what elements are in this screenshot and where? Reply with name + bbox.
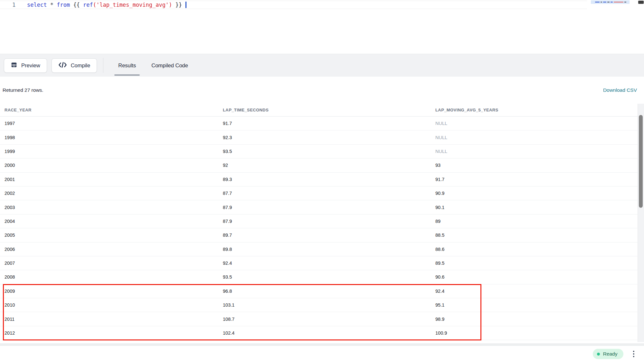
table-cell: 92.4	[435, 289, 638, 294]
table-row: 200689.888.6	[0, 243, 638, 256]
table-cell: 102.4	[223, 330, 435, 336]
table-cell: 2003	[5, 205, 223, 210]
table-cell: 2010	[5, 302, 223, 308]
table-cell: 2008	[5, 274, 223, 280]
results-toolbar: Preview Compile Results Compiled Code	[0, 54, 644, 77]
table-cell: 95.1	[435, 302, 638, 308]
table-header-row: RACE_YEAR LAP_TIME_SECONDS LAP_MOVING_AV…	[0, 104, 638, 117]
column-header-lap-time-seconds: LAP_TIME_SECONDS	[223, 108, 435, 112]
table-row: 199993.5NULL	[0, 145, 638, 158]
column-header-race-year: RACE_YEAR	[5, 108, 223, 112]
table-cell: 1997	[5, 121, 223, 126]
table-row: 200487.989	[0, 214, 638, 228]
table-cell: 90.1	[435, 205, 638, 210]
table-row: 200792.489.5	[0, 256, 638, 270]
table-cell: 87.9	[223, 205, 435, 210]
compile-button-label: Compile	[71, 62, 90, 69]
table-cell: NULL	[435, 121, 638, 126]
table-cell: 96.8	[223, 289, 435, 294]
horizontal-scrollbar-track[interactable]	[0, 343, 644, 346]
table-cell: NULL	[435, 135, 638, 140]
table-row: 200287.790.9	[0, 186, 638, 200]
table-row: 199892.3NULL	[0, 130, 638, 144]
sql-editor[interactable]: 1 select * from {{ ref('lap_times_moving…	[0, 0, 644, 54]
table-cell: 2012	[5, 330, 223, 336]
tab-compiled-code[interactable]: Compiled Code	[144, 54, 196, 77]
code-text[interactable]: select * from {{ ref('lap_times_moving_a…	[27, 2, 186, 8]
table-cell: 2002	[5, 191, 223, 196]
preview-button-label: Preview	[21, 62, 40, 69]
download-csv-link[interactable]: Download CSV	[603, 87, 637, 93]
table-cell: 1998	[5, 135, 223, 140]
table-row: 199791.7NULL	[0, 117, 638, 130]
editor-scrollbar-handle[interactable]	[638, 1, 644, 4]
results-table: RACE_YEAR LAP_TIME_SECONDS LAP_MOVING_AV…	[0, 104, 638, 340]
jinja-ref-function: ref	[83, 2, 93, 8]
table-cell: 88.6	[435, 247, 638, 252]
table-row: 200189.391.7	[0, 173, 638, 186]
table-cell: 2004	[5, 219, 223, 224]
table-cell: 88.5	[435, 233, 638, 238]
dbt-ide-window: 1 select * from {{ ref('lap_times_moving…	[0, 0, 644, 362]
table-row: 200996.892.4	[0, 284, 638, 298]
table-cell: 1999	[5, 149, 223, 154]
green-dot-icon	[597, 353, 600, 356]
table-row: 200893.590.6	[0, 270, 638, 284]
results-tabs: Results Compiled Code	[110, 54, 196, 77]
table-cell: 2000	[5, 163, 223, 168]
table-cell: 89	[435, 219, 638, 224]
tab-label: Compiled Code	[151, 62, 188, 69]
table-cell: 93.5	[223, 149, 435, 154]
code-icon	[58, 62, 67, 70]
table-cell: 89.3	[223, 177, 435, 182]
sql-operator: *	[50, 2, 53, 8]
status-bar: Ready	[0, 346, 644, 362]
table-cell: 89.5	[435, 261, 638, 266]
jinja-brace: {{	[73, 2, 80, 8]
table-cell: 91.7	[435, 177, 638, 182]
sql-keyword: select	[27, 2, 47, 8]
table-cell: 90.6	[435, 274, 638, 280]
table-row: 2012102.4100.9	[0, 326, 638, 340]
table-cell: 87.9	[223, 219, 435, 224]
sql-keyword: from	[57, 2, 70, 8]
table-cell: 98.9	[435, 317, 638, 322]
line-number: 1	[12, 2, 15, 8]
table-row: 200387.990.1	[0, 200, 638, 214]
table-cell: NULL	[435, 149, 638, 154]
table-cell: 108.7	[223, 317, 435, 322]
preview-button[interactable]: Preview	[4, 58, 47, 73]
table-cell: 93.5	[223, 274, 435, 280]
table-cell: 87.7	[223, 191, 435, 196]
table-cell: 92	[223, 163, 435, 168]
editor-minimap[interactable]	[591, 0, 630, 4]
table-cell: 2007	[5, 261, 223, 266]
text-cursor	[185, 2, 186, 8]
row-count-summary: Returned 27 rows.	[3, 87, 43, 93]
table-scrollbar-track[interactable]	[638, 104, 644, 342]
table-icon	[11, 62, 17, 70]
table-scrollbar-thumb[interactable]	[639, 115, 643, 208]
editor-actions: Preview Compile	[4, 58, 97, 73]
table-row: 2011108.798.9	[0, 312, 638, 326]
table-row: 200589.788.5	[0, 228, 638, 242]
table-cell: 103.1	[223, 302, 435, 308]
table-cell: 100.9	[435, 330, 638, 336]
table-cell: 92.4	[223, 261, 435, 266]
table-cell: 89.8	[223, 247, 435, 252]
table-row: 2010103.195.1	[0, 298, 638, 312]
results-meta: Returned 27 rows. Download CSV	[0, 77, 644, 104]
tab-label: Results	[118, 62, 136, 69]
table-body: 199791.7NULL199892.3NULL199993.5NULL2000…	[0, 117, 638, 340]
table-cell: 2009	[5, 289, 223, 294]
status-badge: Ready	[593, 349, 623, 359]
jinja-brace: }}	[175, 2, 182, 8]
compile-button[interactable]: Compile	[52, 58, 97, 73]
status-badge-label: Ready	[603, 351, 618, 357]
column-header-lap-moving-avg-5-years: LAP_MOVING_AVG_5_YEARS	[435, 108, 638, 112]
tab-results[interactable]: Results	[110, 54, 144, 77]
table-cell: 2005	[5, 233, 223, 238]
kebab-menu-icon[interactable]	[632, 349, 636, 359]
table-cell: 2011	[5, 317, 223, 322]
table-cell: 93	[435, 163, 638, 168]
